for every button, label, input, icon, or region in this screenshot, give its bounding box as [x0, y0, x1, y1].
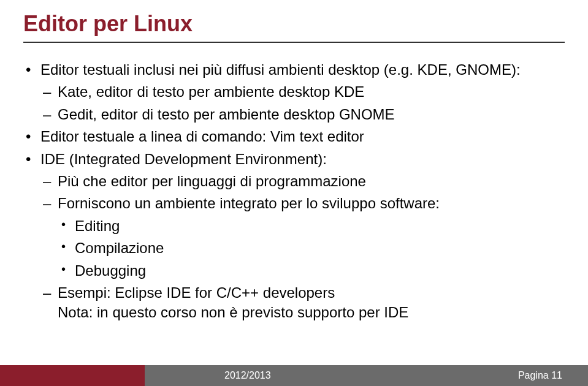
footer-bar: 2012/2013 Pagina 11 — [0, 365, 588, 386]
bullet-text: Forniscono un ambiente integrato per lo … — [58, 195, 440, 211]
list-item: Esempi: Eclipse IDE for C/C++ developers… — [40, 283, 565, 323]
list-item: Editing — [58, 216, 565, 236]
sub-list: Più che editor per linguaggi di programm… — [40, 172, 565, 323]
bullet-text: Editor testuale a linea di comando: Vim … — [40, 128, 364, 145]
bullet-text: Editor testuali inclusi nei più diffusi … — [40, 61, 521, 78]
bullet-text: Gedit, editor di testo per ambiente desk… — [58, 106, 395, 123]
title-underline — [23, 42, 565, 43]
bullet-text: Editing — [75, 218, 120, 234]
list-item: Debugging — [58, 261, 565, 281]
sub-sub-list: Editing Compilazione Debugging — [58, 216, 565, 281]
bullet-text: Esempi: Eclipse IDE for C/C++ developers — [58, 284, 335, 301]
sub-list: Kate, editor di testo per ambiente deskt… — [40, 82, 565, 124]
list-item: Gedit, editor di testo per ambiente desk… — [40, 105, 565, 124]
bullet-list: Editor testuali inclusi nei più diffusi … — [23, 60, 565, 323]
list-item: Editor testuale a linea di comando: Vim … — [23, 127, 565, 146]
footer-accent — [0, 365, 145, 386]
bullet-text: Kate, editor di testo per ambiente deskt… — [58, 83, 364, 100]
list-item: Kate, editor di testo per ambiente deskt… — [40, 82, 565, 102]
footer-year: 2012/2013 — [224, 370, 271, 381]
slide-title: Editor per Linux — [23, 11, 565, 37]
slide: Editor per Linux Editor testuali inclusi… — [0, 0, 588, 386]
slide-content: Editor testuali inclusi nei più diffusi … — [23, 60, 565, 323]
bullet-text: Più che editor per linguaggi di programm… — [58, 173, 366, 189]
list-item: Forniscono un ambiente integrato per lo … — [40, 194, 565, 281]
list-item: Compilazione — [58, 238, 565, 258]
list-item: Editor testuali inclusi nei più diffusi … — [23, 60, 565, 124]
bullet-text: Compilazione — [75, 240, 164, 256]
footer-info: 2012/2013 Pagina 11 — [145, 365, 588, 386]
bullet-text: Debugging — [75, 262, 146, 279]
bullet-text: IDE (Integrated Development Environment)… — [40, 151, 327, 167]
list-item: IDE (Integrated Development Environment)… — [23, 149, 565, 323]
bullet-note: Nota: in questo corso non è previsto sup… — [58, 303, 565, 322]
list-item: Più che editor per linguaggi di programm… — [40, 172, 565, 191]
footer-page: Pagina 11 — [518, 370, 562, 381]
